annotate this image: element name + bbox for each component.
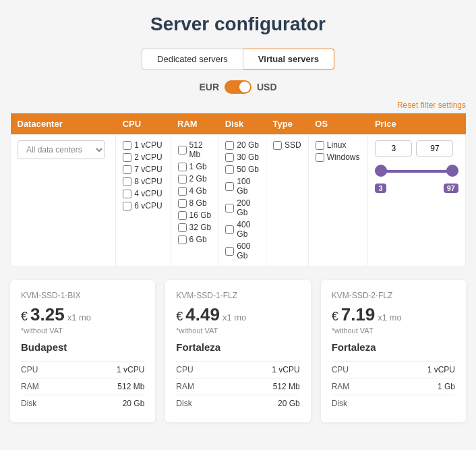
filter-row: All data centers 1 vCPU 2 vCPU 7 vCPU 8 … bbox=[11, 135, 466, 266]
disk-cell: 20 Gb 30 Gb 50 Gb 100 Gb 200 Gb 400 Gb 6… bbox=[218, 135, 266, 266]
disk-option-4[interactable]: 200 Gb bbox=[225, 198, 259, 217]
range-handle-left[interactable] bbox=[375, 165, 387, 177]
type-checkbox-list: SSD bbox=[273, 140, 301, 150]
spec-label: Disk bbox=[332, 395, 380, 412]
disk-option-0[interactable]: 20 Gb bbox=[225, 140, 259, 150]
card-id-1: KVM-SSD-1-FLZ bbox=[176, 291, 299, 300]
card-period-1: x1 mo bbox=[222, 312, 246, 322]
reset-filter-button[interactable]: Reset filter settings bbox=[10, 101, 466, 110]
spec-label: CPU bbox=[332, 362, 380, 378]
disk-option-3[interactable]: 100 Gb bbox=[225, 177, 259, 196]
card-price-2: 7.19 bbox=[341, 304, 376, 325]
currency-eur: EUR bbox=[199, 82, 219, 92]
card-currency-1: € bbox=[176, 310, 183, 324]
range-max-badge: 97 bbox=[444, 184, 458, 193]
spec-value: 1 Gb bbox=[380, 378, 455, 395]
os-option-0[interactable]: Linux bbox=[316, 140, 361, 150]
cpu-option-1[interactable]: 2 vCPU bbox=[123, 152, 163, 162]
card-vat-1: *without VAT bbox=[176, 327, 299, 335]
cpu-option-2[interactable]: 7 vCPU bbox=[123, 165, 163, 174]
toggle-knob bbox=[239, 82, 250, 92]
datacenter-select[interactable]: All data centers bbox=[18, 140, 105, 159]
disk-option-5[interactable]: 400 Gb bbox=[225, 220, 259, 239]
disk-option-1[interactable]: 30 Gb bbox=[225, 152, 259, 162]
spec-label: Disk bbox=[176, 395, 225, 412]
cpu-checkbox-list: 1 vCPU 2 vCPU 7 vCPU 8 vCPU 4 vCPU 6 vCP… bbox=[123, 140, 163, 210]
currency-usd: USD bbox=[257, 82, 277, 92]
ram-checkbox-list: 512 Mb 1 Gb 2 Gb 4 Gb 8 Gb 16 Gb 32 Gb 6… bbox=[178, 140, 212, 244]
spec-label: RAM bbox=[176, 378, 225, 395]
ram-option-3[interactable]: 4 Gb bbox=[178, 186, 212, 196]
tab-dedicated[interactable]: Dedicated servers bbox=[142, 49, 243, 69]
currency-toggle[interactable] bbox=[225, 80, 251, 94]
card-period-2: x1 mo bbox=[378, 312, 401, 322]
spec-label: CPU bbox=[21, 362, 69, 378]
card-currency-0: € bbox=[21, 310, 28, 324]
spec-row: CPU 1 vCPU bbox=[176, 362, 299, 378]
type-option-0[interactable]: SSD bbox=[273, 140, 301, 150]
spec-value: 20 Gb bbox=[225, 395, 299, 412]
col-header-price: Price bbox=[368, 113, 466, 135]
card-id-2: KVM-SSD-2-FLZ bbox=[332, 291, 455, 300]
card-id-0: KVM-SSD-1-BIX bbox=[21, 291, 144, 300]
price-max-input[interactable] bbox=[416, 140, 453, 157]
card-price-1: 4.49 bbox=[185, 304, 220, 325]
filter-table: Datacenter CPU RAM Disk Type OS Price Al… bbox=[10, 113, 466, 266]
spec-row: Disk 20 Gb bbox=[21, 395, 144, 412]
cpu-cell: 1 vCPU 2 vCPU 7 vCPU 8 vCPU 4 vCPU 6 vCP… bbox=[116, 135, 171, 266]
cpu-option-0[interactable]: 1 vCPU bbox=[123, 140, 163, 150]
os-checkbox-list: Linux Windows bbox=[316, 140, 361, 162]
card-price-0: 3.25 bbox=[30, 304, 65, 325]
os-option-1[interactable]: Windows bbox=[316, 152, 361, 162]
ram-option-2[interactable]: 2 Gb bbox=[178, 174, 212, 184]
server-card-0: KVM-SSD-1-BIX € 3.25 x1 mo *without VAT … bbox=[10, 280, 155, 422]
col-header-cpu: CPU bbox=[116, 113, 171, 135]
disk-option-2[interactable]: 50 Gb bbox=[225, 165, 259, 174]
price-range-slider[interactable] bbox=[375, 162, 458, 182]
card-vat-0: *without VAT bbox=[21, 327, 144, 335]
price-min-input[interactable] bbox=[375, 140, 412, 157]
server-card-2: KVM-SSD-2-FLZ € 7.19 x1 mo *without VAT … bbox=[321, 280, 466, 422]
cpu-option-3[interactable]: 8 vCPU bbox=[123, 177, 163, 186]
ram-option-4[interactable]: 8 Gb bbox=[178, 198, 212, 208]
tab-bar: Dedicated servers Virtual servers bbox=[10, 49, 466, 69]
cpu-option-5[interactable]: 6 vCPU bbox=[123, 201, 163, 210]
cpu-option-4[interactable]: 4 vCPU bbox=[123, 189, 163, 198]
spec-row: Disk bbox=[332, 395, 455, 412]
spec-value: 1 vCPU bbox=[380, 362, 455, 378]
spec-row: RAM 1 Gb bbox=[332, 378, 455, 395]
page-title: Server configurator bbox=[10, 13, 466, 35]
ram-option-7[interactable]: 6 Gb bbox=[178, 235, 212, 244]
range-handle-right[interactable] bbox=[446, 165, 458, 177]
spec-value bbox=[380, 395, 455, 412]
ram-option-0[interactable]: 512 Mb bbox=[178, 140, 212, 159]
card-price-row-0: € 3.25 x1 mo bbox=[21, 304, 144, 325]
spec-row: Disk 20 Gb bbox=[176, 395, 299, 412]
tab-virtual[interactable]: Virtual servers bbox=[243, 49, 334, 69]
card-specs-0: CPU 1 vCPU RAM 512 Mb Disk 20 Gb bbox=[21, 361, 144, 412]
range-labels: 3 97 bbox=[375, 184, 458, 193]
spec-label: RAM bbox=[332, 378, 380, 395]
card-period-0: x1 mo bbox=[67, 312, 91, 322]
card-location-2: Fortaleza bbox=[332, 341, 455, 353]
currency-bar: EUR USD bbox=[10, 80, 466, 94]
price-inputs bbox=[375, 140, 458, 157]
ram-option-5[interactable]: 16 Gb bbox=[178, 210, 212, 220]
spec-value: 1 vCPU bbox=[225, 362, 299, 378]
col-header-ram: RAM bbox=[171, 113, 218, 135]
disk-option-6[interactable]: 600 Gb bbox=[225, 242, 259, 260]
price-cell: 3 97 bbox=[368, 135, 466, 266]
col-header-datacenter: Datacenter bbox=[11, 113, 116, 135]
spec-row: RAM 512 Mb bbox=[21, 378, 144, 395]
col-header-os: OS bbox=[308, 113, 368, 135]
ram-cell: 512 Mb 1 Gb 2 Gb 4 Gb 8 Gb 16 Gb 32 Gb 6… bbox=[171, 135, 218, 266]
card-currency-2: € bbox=[332, 310, 338, 324]
spec-value: 20 Gb bbox=[69, 395, 144, 412]
spec-row: CPU 1 vCPU bbox=[332, 362, 455, 378]
card-specs-1: CPU 1 vCPU RAM 512 Mb Disk 20 Gb bbox=[176, 361, 299, 412]
card-price-row-2: € 7.19 x1 mo bbox=[332, 304, 455, 325]
ram-option-1[interactable]: 1 Gb bbox=[178, 162, 212, 171]
spec-row: RAM 512 Mb bbox=[176, 378, 299, 395]
spec-label: RAM bbox=[21, 378, 69, 395]
ram-option-6[interactable]: 32 Gb bbox=[178, 223, 212, 232]
